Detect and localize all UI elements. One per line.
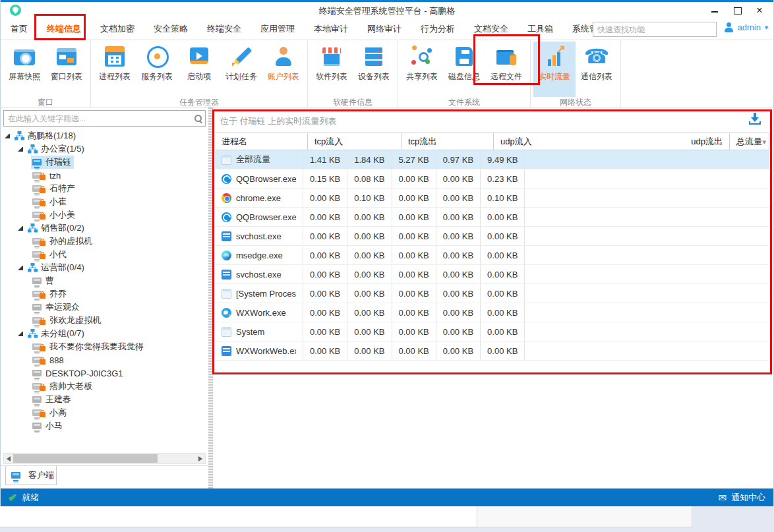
table-row[interactable]: System 0.00 KB 0.00 KB [215,322,769,341]
menu-item[interactable]: 首页 [11,23,28,35]
sort-caret-icon[interactable]: ▾ [762,138,766,146]
scroll-left-icon[interactable] [7,456,11,461]
menu-item[interactable]: 文档加密 [100,23,134,35]
tree-item[interactable]: 888 [1,353,208,367]
table-row[interactable]: WXWork.exe 0.00 KB 0.00 KB [215,303,769,322]
table-row[interactable]: [System Process] 0.00 KB 0.00 KB [215,284,769,303]
tree-item[interactable]: 付瑞钰 [1,156,208,169]
menu-item[interactable]: 应用管理 [260,23,295,35]
user-menu[interactable]: admin ▾ [724,22,768,32]
tree-item[interactable]: 小马 [1,419,208,432]
table-row[interactable]: 全部流量 1.41 KB 1.84 KB [215,150,769,169]
ribbon-button[interactable]: 启动项 [178,42,220,97]
menu-item[interactable]: 终端安全 [207,23,241,35]
tree-horizontal-scrollbar[interactable] [3,453,206,464]
ready-check-icon: ✔ [9,492,17,504]
expand-arrow-icon[interactable] [5,133,10,138]
column-header[interactable]: tcp流入 [308,133,402,150]
tree-item-label: 运营部(0/4) [41,262,84,274]
tab-clients[interactable]: 客户端 [5,466,57,485]
ribbon-button[interactable]: 软件列表 [311,42,353,97]
tree-item[interactable]: 销售部(0/2) [1,222,208,235]
table-row[interactable]: svchost.exe 0.00 KB 0.00 KB [215,265,769,284]
panel-title: 位于 付瑞钰 上的实时流量列表 [220,115,336,127]
ribbon-button[interactable]: 服务列表 [136,42,178,97]
ribbon-button[interactable]: 进程列表 [94,42,136,97]
process-name-cell: svchost.exe [215,265,303,283]
menu-item[interactable]: 本地审计 [314,23,348,35]
minimize-button[interactable] [710,6,719,15]
tree-item[interactable]: 痞帅大老板 [1,380,208,393]
tree-item[interactable]: tzh [1,169,208,182]
tree-item[interactable]: 高鹏格(1/18) [1,129,208,142]
ribbon-button[interactable]: 窗口列表 [45,42,88,97]
ribbon-button[interactable]: 实时流量 [533,42,576,97]
ribbon-button[interactable]: 远程文件 [485,42,527,97]
scroll-right-icon[interactable] [198,456,202,461]
tree-item-core: 付瑞钰 [31,156,74,169]
ribbon-button[interactable]: 屏幕快照 [3,42,45,97]
menu-item[interactable]: 安全策略 [154,23,188,35]
tree-item[interactable]: 办公室(1/5) [1,142,208,156]
tree-item[interactable]: 小高 [1,406,208,419]
ribbon-button-label: 服务列表 [136,71,178,82]
ribbon-button[interactable]: 计划任务 [220,42,262,97]
close-button[interactable]: × [755,6,764,15]
traffic-value-cell: 0.00 KB [436,265,481,283]
tree-item-label: 小高 [49,407,67,419]
tree-item[interactable]: 我不要你觉得我要我觉得 [1,340,208,353]
column-header[interactable]: udp流入 [494,133,684,150]
tree-item[interactable]: 未分组(0/7) [1,327,208,340]
tree-item[interactable]: 曹 [1,274,208,287]
tree-item[interactable]: 运营部(0/4) [1,261,208,274]
tree-item-core: 销售部(0/2) [26,222,87,235]
table-row[interactable]: QQBrowser.exe 0.00 KB 0.00 KB [215,208,769,227]
scrollbar-thumb[interactable] [13,454,158,463]
column-header[interactable]: tcp流出 [402,133,494,150]
menu-item[interactable]: 工具箱 [527,23,553,35]
menu-item[interactable]: 网络审计 [367,23,402,35]
search-icon[interactable] [194,114,202,123]
sidebar-splitter[interactable] [208,107,213,488]
tree-item[interactable]: 小小美 [1,208,208,222]
table-row[interactable]: msedge.exe 0.00 KB 0.00 KB [215,246,769,265]
notification-center[interactable]: ✉ 通知中心 [718,492,765,504]
tree-item-label: 痞帅大老板 [49,380,92,392]
expand-arrow-icon[interactable] [18,331,23,336]
ribbon-button[interactable]: 共享列表 [401,42,443,97]
tree-item[interactable]: 小崔 [1,195,208,208]
tree-item[interactable]: 幸运观众 [1,301,208,314]
tree-item[interactable]: 张欢龙虚拟机 [1,314,208,327]
table-row[interactable]: WXWorkWeb.exe 0.00 KB 0.00 KB [215,341,769,361]
expand-arrow-icon[interactable] [18,146,23,152]
export-download-button[interactable] [748,113,761,125]
menu-item[interactable]: 文档安全 [474,23,508,35]
tree-item[interactable]: 孙的虚拟机 [1,235,208,248]
tree-item[interactable]: 小代 [1,248,208,261]
table-row[interactable]: chrome.exe 0.00 KB 0.10 KB [215,189,769,208]
tree-filter-input[interactable] [4,111,191,126]
ribbon-button[interactable]: 账户列表 [262,42,305,97]
menu-item[interactable]: 终端信息 [47,23,81,35]
table-row[interactable]: svchost.exe 0.00 KB 0.00 KB [215,227,769,246]
lock-icon [40,320,45,325]
column-header[interactable]: udp流出 [684,133,730,150]
table-row[interactable]: QQBrowser.exe 0.15 KB 0.08 KB [215,169,769,189]
expand-arrow-icon[interactable] [18,265,23,270]
disk-icon [451,44,477,70]
expand-arrow-icon[interactable] [18,225,23,231]
process-name-cell: [System Process] [215,284,303,303]
tree-item[interactable]: 乔乔 [1,287,208,301]
tree-item[interactable]: 王建春 [1,393,208,406]
tree-item[interactable]: DESKTOP-J0IC3G1 [1,367,208,380]
maximize-button[interactable] [732,6,742,15]
ribbon-button-label: 磁盘信息 [443,71,485,82]
ribbon-button[interactable]: 磁盘信息 [443,42,485,97]
ribbon-button[interactable]: 通信列表 [576,42,618,97]
envelope-icon: ✉ [718,492,727,504]
menu-item[interactable]: 行为分析 [421,23,455,35]
quick-search-input[interactable] [593,22,717,37]
ribbon-button[interactable]: 设备列表 [353,42,395,97]
tree-item[interactable]: 石特产 [1,182,208,195]
column-header[interactable]: 进程名 [215,133,308,150]
